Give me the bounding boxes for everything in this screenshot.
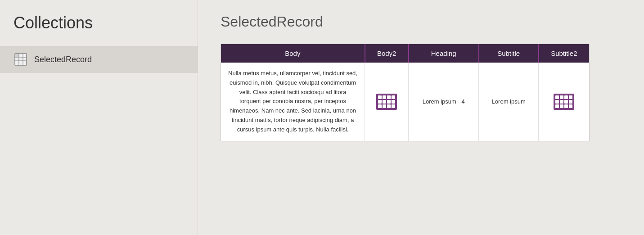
subtitle2-grid-icon[interactable] (554, 94, 574, 110)
cell-body: Nulla metus metus, ullamcorper vel, tinc… (221, 63, 365, 141)
cell-subtitle: Lorem ipsum (479, 63, 539, 141)
main-content: SelectedRecord Body Body2 Heading Subtit… (198, 0, 644, 235)
column-header-subtitle2: Subtitle2 (539, 44, 589, 63)
cell-heading: Lorem ipsum - 4 (409, 63, 479, 141)
column-header-body: Body (221, 44, 365, 63)
column-header-heading: Heading (409, 44, 479, 63)
svg-rect-5 (15, 54, 19, 57)
table-icon (14, 52, 28, 67)
sidebar-item-selected-record[interactable]: SelectedRecord (0, 46, 198, 73)
cell-subtitle2 (539, 63, 589, 141)
data-table-container: Body Body2 Heading Subtitle Subtitle2 Nu… (221, 44, 590, 141)
data-table: Body Body2 Heading Subtitle Subtitle2 Nu… (221, 44, 589, 141)
cell-body2 (365, 63, 409, 141)
sidebar-title: Collections (0, 14, 198, 46)
table-header-row: Body Body2 Heading Subtitle Subtitle2 (221, 44, 589, 63)
page-title: SelectedRecord (221, 14, 621, 30)
sidebar: Collections SelectedRecord (0, 0, 198, 235)
column-header-body2: Body2 (365, 44, 409, 63)
body2-grid-icon[interactable] (376, 94, 397, 110)
sidebar-item-label: SelectedRecord (34, 55, 92, 64)
table-row: Nulla metus metus, ullamcorper vel, tinc… (221, 63, 589, 141)
column-header-subtitle: Subtitle (479, 44, 539, 63)
